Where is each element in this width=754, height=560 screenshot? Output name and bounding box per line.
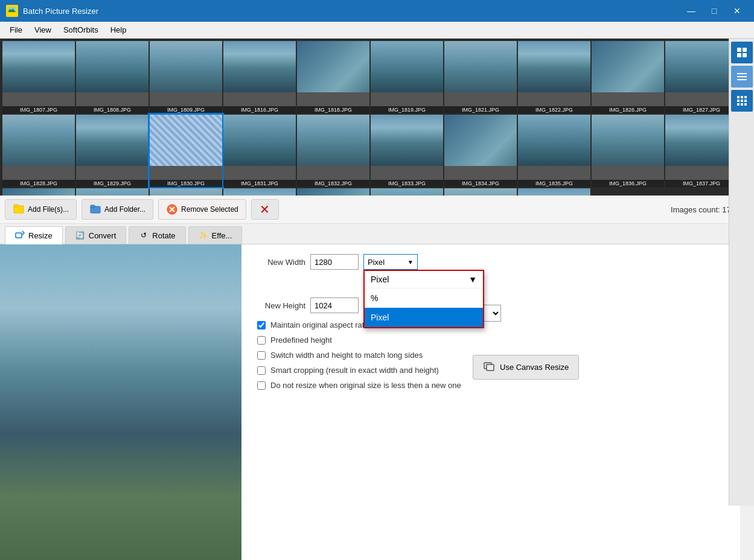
list-item[interactable]: IMG_1827.JPG — [665, 41, 738, 113]
no-resize-label: Do not resize when original size is less… — [270, 381, 461, 390]
close-button[interactable]: ✕ — [726, 0, 748, 22]
svg-rect-11 — [487, 364, 494, 371]
svg-rect-3 — [14, 205, 18, 207]
svg-rect-23 — [741, 100, 743, 102]
list-item[interactable]: IMG_1818.JPG — [297, 41, 369, 113]
svg-rect-20 — [741, 96, 743, 98]
view-list-button[interactable] — [731, 66, 753, 88]
list-item[interactable]: IMG_1809.JPG — [150, 41, 222, 113]
list-item[interactable]: IMG_1838.JPG — [2, 188, 75, 196]
list-item[interactable]: IMG_1842.JPG — [297, 188, 369, 196]
list-item[interactable]: IMG_1833.JPG — [371, 115, 443, 187]
svg-rect-21 — [744, 96, 747, 98]
list-item[interactable]: IMG_1835.JPG — [518, 115, 590, 187]
tab-resize[interactable]: Resize — [5, 226, 63, 244]
view-grid-button[interactable] — [731, 90, 753, 112]
cancel-button[interactable]: ✕ — [251, 199, 279, 220]
list-item[interactable]: IMG_1841.JPG — [223, 188, 296, 196]
dropdown-chevron-icon: ▼ — [468, 275, 477, 284]
tab-convert-label: Convert — [89, 231, 117, 240]
menu-help[interactable]: Help — [104, 23, 133, 37]
list-item[interactable]: IMG_1837.JPG — [665, 115, 738, 187]
list-item[interactable]: IMG_1830.JPG — [150, 115, 222, 187]
window-controls: — □ ✕ — [680, 0, 748, 22]
no-resize-row: Do not resize when original size is less… — [251, 381, 730, 390]
list-item[interactable]: IMG_1816.JPG — [223, 41, 296, 113]
dropdown-header: Pixel ▼ — [365, 271, 483, 288]
switch-wh-checkbox[interactable] — [257, 351, 266, 360]
rotate-tab-icon: ↺ — [139, 231, 149, 240]
titlebar: Batch Picture Resizer — □ ✕ — [0, 0, 754, 22]
settings-panel: New Width Pixel ▼ Pixel ▼ — [241, 244, 740, 560]
menu-file[interactable]: File — [4, 23, 28, 37]
add-files-icon — [13, 203, 25, 215]
maximize-button[interactable]: □ — [703, 0, 725, 22]
list-item[interactable]: IMG_1828.JPG — [2, 115, 75, 187]
svg-rect-27 — [744, 103, 747, 106]
minimize-button[interactable]: — — [680, 0, 702, 22]
unit-dropdown-popup: Pixel ▼ % Pixel — [363, 270, 484, 328]
dropdown-arrow-icon: ▼ — [407, 259, 414, 266]
svg-rect-16 — [737, 73, 747, 74]
svg-rect-15 — [743, 53, 747, 57]
list-item[interactable]: IMG_1844.JPG — [444, 188, 517, 196]
list-item[interactable]: IMG_1822.JPG — [518, 41, 590, 113]
new-height-row: New Height % Pixel Pick a Standard Size — [251, 298, 730, 313]
svg-rect-24 — [744, 100, 747, 102]
tab-convert[interactable]: 🔄 Convert — [65, 226, 127, 244]
image-grid: IMG_1807.JPG IMG_1808.JPG IMG_1809.JPG I… — [0, 39, 740, 196]
list-item[interactable]: IMG_1845.JPG — [518, 188, 590, 196]
maintain-ratio-checkbox[interactable] — [257, 321, 266, 329]
svg-rect-5 — [91, 205, 95, 208]
remove-selected-button[interactable]: Remove Selected — [158, 199, 246, 220]
list-item[interactable]: IMG_1808.JPG — [76, 41, 149, 113]
tab-rotate[interactable]: ↺ Rotate — [129, 226, 185, 244]
smart-crop-checkbox[interactable] — [257, 366, 266, 375]
view-thumbnails-button[interactable] — [731, 42, 753, 63]
tab-resize-label: Resize — [28, 231, 53, 240]
add-files-button[interactable]: Add File(s)... — [5, 199, 77, 220]
dropdown-option-percent[interactable]: % — [365, 288, 483, 308]
list-item[interactable]: IMG_1840.JPG — [150, 188, 222, 196]
list-item[interactable]: IMG_1834.JPG — [444, 115, 517, 187]
new-width-label: New Width — [251, 258, 305, 267]
list-item[interactable]: IMG_1826.JPG — [592, 41, 664, 113]
canvas-resize-button[interactable]: Use Canvas Resize — [473, 355, 579, 380]
add-folder-button[interactable]: Add Folder... — [81, 199, 153, 220]
menu-softorbits[interactable]: SoftOrbits — [57, 23, 104, 37]
new-height-input[interactable] — [310, 298, 359, 313]
effects-tab-icon: ✨ — [199, 231, 208, 240]
unit-select-box-width: Pixel ▼ Pixel ▼ % Pixel — [363, 254, 418, 270]
tab-effects-label: Effe... — [212, 231, 232, 240]
list-item[interactable]: IMG_1829.JPG — [76, 115, 149, 187]
tab-effects[interactable]: ✨ Effe... — [188, 226, 243, 244]
preview-panel — [0, 244, 241, 560]
list-item[interactable]: IMG_1821.JPG — [444, 41, 517, 113]
remove-icon — [166, 203, 178, 215]
list-item[interactable]: IMG_1831.JPG — [223, 115, 296, 187]
list-item[interactable]: IMG_1807.JPG — [2, 41, 75, 113]
list-item[interactable]: IMG_1843.JPG — [371, 188, 443, 196]
predefined-height-checkbox[interactable] — [257, 336, 266, 345]
app-icon — [6, 5, 18, 17]
svg-rect-19 — [737, 96, 740, 98]
unit-select-width[interactable]: Pixel ▼ — [363, 254, 418, 270]
list-item[interactable]: IMG_1819.JPG — [371, 41, 443, 113]
list-item[interactable]: IMG_1836.JPG — [592, 115, 664, 187]
image-strip[interactable]: IMG_1807.JPG IMG_1808.JPG IMG_1809.JPG I… — [0, 39, 740, 196]
predefined-height-row: Predefined height — [251, 336, 730, 345]
list-item[interactable]: IMG_1832.JPG — [297, 115, 369, 187]
dropdown-option-pixel[interactable]: Pixel — [365, 308, 483, 327]
new-height-label: New Height — [251, 301, 305, 310]
main-area: IMG_1807.JPG IMG_1808.JPG IMG_1809.JPG I… — [0, 39, 754, 560]
content-area: IMG_1807.JPG IMG_1808.JPG IMG_1809.JPG I… — [0, 39, 740, 560]
add-folder-icon — [89, 203, 101, 215]
remove-selected-label: Remove Selected — [181, 205, 238, 214]
new-width-input[interactable] — [310, 254, 359, 270]
workarea: New Width Pixel ▼ Pixel ▼ — [0, 244, 740, 560]
menu-view[interactable]: View — [28, 23, 57, 37]
no-resize-checkbox[interactable] — [257, 381, 266, 390]
list-item[interactable]: IMG_1839.JPG — [76, 188, 149, 196]
canvas-resize-icon — [483, 360, 495, 374]
add-files-label: Add File(s)... — [28, 205, 69, 214]
